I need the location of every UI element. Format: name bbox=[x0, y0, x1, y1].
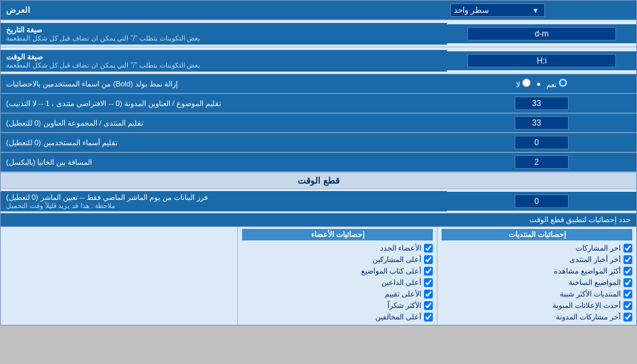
chevron-down-icon: ▼ bbox=[532, 7, 539, 14]
ard-label: العرض bbox=[1, 1, 447, 20]
bottom-columns: إحصائيات المنتديات اخر المشاركات أخر أخب… bbox=[1, 227, 636, 325]
members-checkbox-1[interactable] bbox=[424, 255, 433, 264]
user-names-input[interactable] bbox=[515, 136, 569, 149]
radio-no-label: لا bbox=[516, 78, 531, 89]
spacing-input[interactable] bbox=[515, 155, 569, 169]
topic-titles-input[interactable] bbox=[515, 97, 569, 110]
members-item-3[interactable]: أعلى الداعين bbox=[242, 277, 433, 288]
members-item-1[interactable]: أعلى المشاركين bbox=[242, 254, 433, 265]
members-checkbox-0[interactable] bbox=[424, 244, 433, 253]
posts-checkbox-6[interactable] bbox=[623, 313, 632, 321]
members-item-5[interactable]: الأكثر شكراً bbox=[242, 300, 433, 311]
time-cut-main-label: فرز البيانات من يوم الماشر الماضي فقط --… bbox=[6, 193, 208, 202]
date-format-sublabel: بعض التكوينات يتطلب "/" التي يمكن ان تضا… bbox=[6, 34, 200, 42]
time-format-label: صيغة الوقت bbox=[6, 53, 43, 61]
members-item-0[interactable]: الأعضاء الجدد bbox=[242, 242, 433, 254]
posts-item-5[interactable]: أحدث الإعلانات المبوبة bbox=[442, 300, 632, 311]
posts-checkbox-4[interactable] bbox=[623, 290, 632, 298]
members-item-6[interactable]: أعلى المخالفين bbox=[242, 311, 433, 323]
posts-item-1[interactable]: أخر أخبار المنتدى bbox=[442, 254, 632, 265]
ard-value: سطر واحد bbox=[454, 5, 489, 15]
bold-remove-label: إزالة نمط بولد (Bold) من اسماء المستخدمي… bbox=[6, 80, 178, 88]
radio-yes-label: نعم bbox=[546, 78, 567, 89]
members-stats-col: إحصائيات الأعضاء الأعضاء الجدد أعلى المش… bbox=[237, 227, 437, 325]
posts-stats-header: إحصائيات المنتديات bbox=[442, 229, 632, 240]
ard-dropdown[interactable]: ▼ سطر واحد bbox=[450, 3, 545, 17]
members-stats-header: إحصائيات الأعضاء bbox=[242, 229, 433, 240]
time-format-sublabel: بعض التكوينات يتطلب "/" التي يمكن ان تضا… bbox=[6, 61, 200, 69]
date-format-input[interactable] bbox=[467, 27, 616, 41]
posts-item-6[interactable]: أخر مشاركات المدونة bbox=[442, 311, 632, 323]
spacing-label: المسافة بين الخانيا (بالبكسل) bbox=[6, 158, 93, 167]
topic-titles-label: تقليم الموضوع / العناوين المدونة (0 -- ا… bbox=[6, 99, 221, 108]
posts-item-2[interactable]: أكثر المواضيع مشاهدة bbox=[442, 265, 632, 277]
time-cut-header: قطع الوقت bbox=[1, 172, 636, 189]
radio-yes[interactable] bbox=[559, 78, 567, 87]
posts-item-4[interactable]: المنتديات الأكثر شببة bbox=[442, 288, 632, 300]
members-checkbox-5[interactable] bbox=[424, 301, 433, 310]
time-cut-note: ملاحظة : هذا قد يزيد قليلاً وقت التحميل bbox=[6, 202, 115, 209]
posts-stats-col: إحصائيات المنتديات اخر المشاركات أخر أخب… bbox=[437, 227, 636, 325]
stats-limit-row: حدد إحصائيات لتطبيق قطع الوقت bbox=[1, 213, 636, 227]
members-checkbox-6[interactable] bbox=[424, 313, 433, 321]
posts-item-0[interactable]: اخر المشاركات bbox=[442, 242, 632, 254]
posts-checkbox-3[interactable] bbox=[623, 278, 632, 287]
forum-titles-label: تقليم المنتدى / المجموعة العناوين (0 للت… bbox=[6, 119, 143, 128]
empty-col bbox=[1, 227, 237, 325]
date-format-label: صيغة التاريخ bbox=[6, 26, 42, 34]
user-names-label: تقليم أسماء المستخدمين (0 للتعطيل) bbox=[6, 138, 118, 147]
time-cut-input[interactable] bbox=[515, 194, 569, 208]
members-checkbox-3[interactable] bbox=[424, 278, 433, 287]
forum-titles-input[interactable] bbox=[515, 116, 569, 130]
radio-no[interactable] bbox=[522, 78, 531, 87]
posts-checkbox-5[interactable] bbox=[623, 301, 632, 310]
posts-checkbox-1[interactable] bbox=[623, 255, 632, 264]
posts-checkbox-2[interactable] bbox=[623, 267, 632, 276]
posts-checkbox-0[interactable] bbox=[623, 244, 632, 253]
members-checkbox-4[interactable] bbox=[424, 290, 433, 298]
posts-item-3[interactable]: المواضيع الساخنة bbox=[442, 277, 632, 288]
members-item-2[interactable]: أعلى كتاب المواضيع bbox=[242, 265, 433, 277]
members-item-4[interactable]: الأعلى تقييم bbox=[242, 288, 433, 300]
time-format-input[interactable] bbox=[467, 54, 616, 68]
members-checkbox-2[interactable] bbox=[424, 267, 433, 276]
